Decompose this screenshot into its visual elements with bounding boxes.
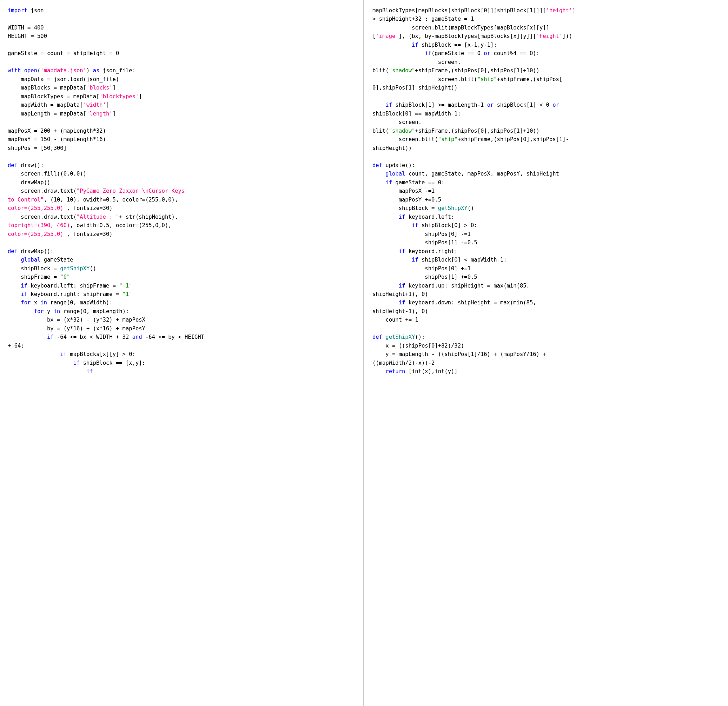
code-editor: import json WIDTH = 400 HEIGHT = 500 gam… (0, 0, 728, 706)
left-panel: import json WIDTH = 400 HEIGHT = 500 gam… (0, 0, 364, 706)
right-code: mapBlockTypes[mapBlocks[shipBlock[0]][sh… (373, 6, 720, 376)
left-code: import json WIDTH = 400 HEIGHT = 500 gam… (8, 6, 355, 376)
right-panel: mapBlockTypes[mapBlocks[shipBlock[0]][sh… (364, 0, 728, 706)
